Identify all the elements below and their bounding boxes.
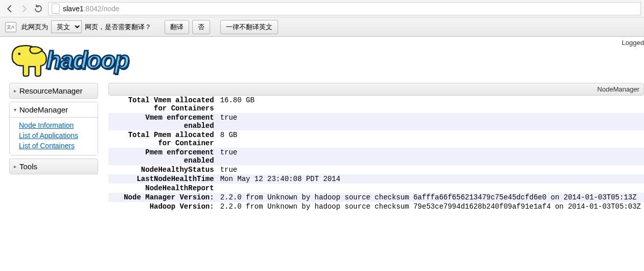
translate-bar: 此网页为 英文 网页，是否需要翻译？ 翻译 否 一律不翻译英文 [0,17,644,37]
kv-key: Total Pmem allocated for Container [108,130,217,148]
sidebar-label: NodeManager [19,105,68,114]
address-bar[interactable]: slave1:8042/node [48,2,641,15]
table-row: Total Vmem allocated for Containers16.80… [108,96,644,113]
sidebar-header-resourcemanager[interactable]: ▸ ResourceManager [10,83,98,98]
page-icon [52,4,60,14]
kv-value: true [217,113,644,130]
hadoop-logo: hadoop [9,42,163,78]
triangle-right-icon: ▸ [14,88,16,94]
table-row: Total Pmem allocated for Container8 GB [108,130,644,148]
page-body: Logged hadoop ▸ ResourceManager ▾ NodeMa… [0,37,644,211]
sidebar-header-tools[interactable]: ▸ Tools [10,159,98,174]
sidebar-link-list-of-applications[interactable]: List of Applications [19,131,98,140]
table-row: NodeHealthReport [108,184,644,193]
translate-button[interactable]: 翻译 [165,20,189,34]
table-row: Vmem enforcement enabledtrue [108,113,644,130]
kv-key: Hadoop Version: [108,202,217,211]
kv-key: LastNodeHealthTime [108,174,217,184]
never-translate-button[interactable]: 一律不翻译英文 [220,20,278,34]
kv-key: Total Vmem allocated for Containers [108,96,217,113]
sidebar-label: ResourceManager [19,86,82,95]
translate-prefix: 此网页为 [21,22,48,32]
url-host: slave1 [63,5,83,13]
url-path: :8042/node [83,5,119,13]
node-info-table: Total Vmem allocated for Containers16.80… [108,96,644,211]
kv-key: NodeHealthReport [108,184,217,193]
sidebar-section-resourcemanager: ▸ ResourceManager [9,83,98,99]
kv-key: Pmem enforcement enabled [108,148,217,165]
kv-key: Node Manager Version: [108,193,217,202]
kv-value: true [217,148,644,165]
sidebar-link-list-of-containers[interactable]: List of Containers [19,141,98,150]
sidebar: ▸ ResourceManager ▾ NodeManager Node Inf… [9,83,98,177]
kv-value: true [217,165,644,174]
kv-value: 8 GB [217,130,644,148]
sidebar-body-nodemanager: Node Information List of Applications Li… [10,117,98,155]
main-panel: NodeManager Total Vmem allocated for Con… [108,83,644,211]
sidebar-section-nodemanager: ▾ NodeManager Node Information List of A… [9,102,98,155]
sidebar-label: Tools [19,162,37,171]
triangle-right-icon: ▸ [14,164,16,169]
back-button[interactable] [3,2,16,15]
svg-point-0 [18,53,20,55]
kv-value: 16.80 GB [217,96,644,113]
sidebar-section-tools: ▸ Tools [9,159,98,174]
logged-label: Logged [622,39,644,47]
table-row: Pmem enforcement enabledtrue [108,148,644,165]
forward-button[interactable] [17,2,31,15]
browser-toolbar: slave1:8042/node [0,0,644,17]
table-row: NodeHealthyStatustrue [108,165,644,174]
kv-key: Vmem enforcement enabled [108,113,217,130]
table-row: Node Manager Version:2.2.0 from Unknown … [108,193,644,202]
language-select[interactable]: 英文 [51,20,82,33]
triangle-down-icon: ▾ [14,107,16,112]
no-button[interactable]: 否 [192,20,210,34]
reload-button[interactable] [32,2,45,15]
panel-title: NodeManager [108,83,644,96]
kv-value: 2.2.0 from Unknown by hadoop source chec… [217,193,644,202]
sidebar-link-node-information[interactable]: Node Information [19,121,98,130]
table-row: LastNodeHealthTimeMon May 12 23:40:08 PD… [108,174,644,184]
kv-value: Mon May 12 23:40:08 PDT 2014 [217,174,644,184]
translate-icon [5,22,16,32]
translate-question: 网页，是否需要翻译？ [85,22,151,32]
sidebar-header-nodemanager[interactable]: ▾ NodeManager [10,102,98,117]
kv-value: 2.2.0 from Unknown by hadoop source chec… [217,202,644,211]
kv-value [217,184,644,193]
hadoop-wordmark: hadoop [46,46,128,74]
kv-key: NodeHealthyStatus [108,165,217,174]
table-row: Hadoop Version:2.2.0 from Unknown by had… [108,202,644,211]
elephant-icon [9,42,50,78]
